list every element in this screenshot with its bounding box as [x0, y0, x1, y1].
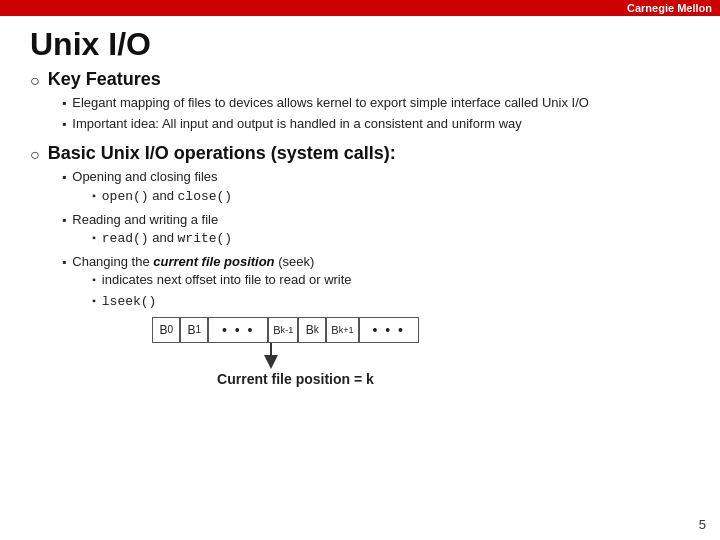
- arrow-container: [264, 343, 418, 369]
- key-feature-text-2: Important idea: All input and output is …: [72, 115, 522, 133]
- unix-ops-items: ▪ Opening and closing files ▪ open() and…: [62, 168, 690, 386]
- open-code: open(): [102, 189, 149, 204]
- key-feature-item-1: ▪ Elegant mapping of files to devices al…: [62, 94, 690, 112]
- read-write-subitem: ▪ read() and write(): [92, 229, 232, 248]
- diagram-cells-row: B0 B1 • • • Bk-1 Bk Bk+1 • • •: [152, 317, 418, 343]
- read-write-text: read() and write(): [102, 229, 232, 248]
- arrow-up-group: [264, 343, 278, 369]
- unix-op-item-3: ▪ Changing the current file position (se…: [62, 253, 690, 387]
- cell-b1: B1: [180, 317, 208, 343]
- lseek-text: lseek(): [102, 292, 157, 311]
- open-close-text: open() and close(): [102, 187, 232, 206]
- section-title-1: Key Features: [48, 69, 161, 90]
- cell-bk-1: Bk-1: [268, 317, 298, 343]
- seek-subitem-1: ▪ indicates next offset into file to rea…: [92, 271, 418, 289]
- unix-op-text-3: Changing the current file position (seek…: [72, 254, 314, 269]
- sub-sub-bullet-4: ▪: [92, 295, 96, 306]
- seek-subitem-2: ▪ lseek(): [92, 292, 418, 311]
- close-code: close(): [178, 189, 233, 204]
- header-bar: Carnegie Mellon: [0, 0, 720, 16]
- key-feature-text-1: Elegant mapping of files to devices allo…: [72, 94, 589, 112]
- arrow-line: [270, 343, 272, 355]
- arrow-head: [264, 355, 278, 369]
- section-key-features: ○ Key Features ▪ Elegant mapping of file…: [30, 69, 690, 133]
- sub-sub-bullet-3: ▪: [92, 274, 96, 285]
- cell-bk: Bk: [298, 317, 326, 343]
- seek-text-1: indicates next offset into file to read …: [102, 271, 352, 289]
- key-features-items: ▪ Elegant mapping of files to devices al…: [62, 94, 690, 133]
- unix-op-item-1: ▪ Opening and closing files ▪ open() and…: [62, 168, 690, 207]
- sq-bullet-3: ▪: [62, 170, 66, 184]
- content-area: ○ Key Features ▪ Elegant mapping of file…: [0, 69, 720, 387]
- slide-title: Unix I/O: [0, 16, 720, 69]
- sq-bullet-2: ▪: [62, 117, 66, 131]
- section-bullet-1: ○: [30, 72, 40, 90]
- unix-op-item-2: ▪ Reading and writing a file ▪ read() an…: [62, 211, 690, 250]
- page-number: 5: [699, 517, 706, 532]
- key-feature-item-2: ▪ Important idea: All input and output i…: [62, 115, 690, 133]
- unix-op-text-2: Reading and writing a file: [72, 212, 218, 227]
- read-code: read(): [102, 231, 149, 246]
- section-unix-ops: ○ Basic Unix I/O operations (system call…: [30, 143, 690, 386]
- section-bullet-2: ○: [30, 146, 40, 164]
- brand-label: Carnegie Mellon: [627, 2, 712, 14]
- sq-bullet-4: ▪: [62, 213, 66, 227]
- diagram-wrapper: B0 B1 • • • Bk-1 Bk Bk+1 • • •: [152, 317, 418, 387]
- current-pos-label: Current file position = k: [172, 371, 418, 387]
- sq-bullet-1: ▪: [62, 96, 66, 110]
- sub-sub-bullet-1: ▪: [92, 190, 96, 201]
- write-code: write(): [178, 231, 233, 246]
- italic-current-pos: current file position: [153, 254, 274, 269]
- lseek-code: lseek(): [102, 294, 157, 309]
- open-close-subitems: ▪ open() and close(): [92, 187, 232, 206]
- unix-op-text-1: Opening and closing files: [72, 169, 217, 184]
- sq-bullet-5: ▪: [62, 255, 66, 269]
- cell-dots-1: • • •: [208, 317, 268, 343]
- cell-bk-plus1: Bk+1: [326, 317, 358, 343]
- seek-subitems: ▪ indicates next offset into file to rea…: [92, 271, 418, 310]
- section-title-2: Basic Unix I/O operations (system calls)…: [48, 143, 396, 164]
- read-write-subitems: ▪ read() and write(): [92, 229, 232, 248]
- cell-dots-2: • • •: [359, 317, 419, 343]
- sub-sub-bullet-2: ▪: [92, 232, 96, 243]
- open-close-subitem: ▪ open() and close(): [92, 187, 232, 206]
- cell-b0: B0: [152, 317, 180, 343]
